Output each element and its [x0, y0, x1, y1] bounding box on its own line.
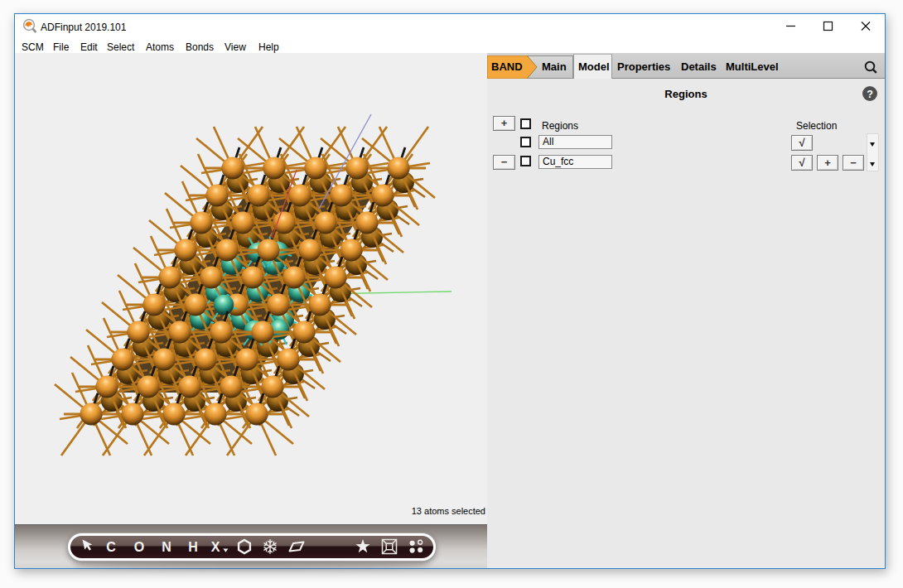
svg-text:N: N: [162, 540, 171, 554]
svg-text:H: H: [188, 540, 198, 554]
svg-text:X: X: [211, 540, 220, 554]
svg-text:?: ?: [867, 89, 873, 100]
svg-text:O: O: [134, 540, 144, 554]
svg-text:C: C: [106, 540, 116, 554]
